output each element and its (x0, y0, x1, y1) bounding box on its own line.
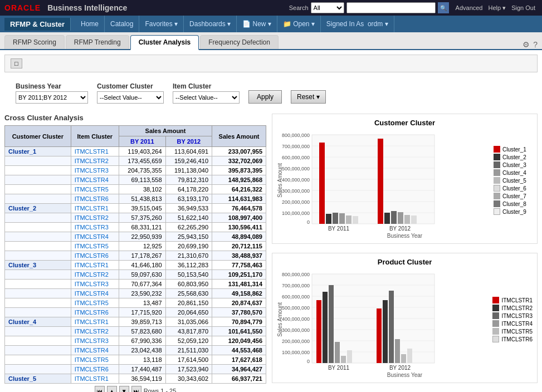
table-row: ITMCLSTR422,950,93925,943,15048,894,089 (5, 232, 266, 242)
item-cell: ITMCLSTR1 (71, 147, 119, 156)
item-cluster-select[interactable]: --Select Value-- (173, 91, 240, 104)
cluster-cell (5, 298, 71, 308)
page-info: Rows 1 - 25 (144, 388, 177, 392)
by2012-cell: 31,035,066 (165, 317, 212, 327)
help-link[interactable]: Help ▾ (486, 3, 509, 13)
item-cluster-label: Item Cluster (173, 82, 211, 90)
customer-cluster-select[interactable]: --Select Value-- (97, 91, 164, 104)
total-cell: 37,780,570 (212, 308, 266, 317)
signout-link[interactable]: Sign Out (509, 3, 538, 12)
legend-itmclstr4: ITMCLSTR4 (492, 320, 533, 327)
nav-open[interactable]: 📁 Open ▾ (277, 16, 321, 32)
apply-button[interactable]: Apply (248, 90, 282, 104)
legend-cluster7: Cluster_7 (494, 193, 533, 199)
item-cell: ITMCLSTR4 (71, 175, 119, 185)
item-cell: ITMCLSTR3 (71, 166, 119, 175)
nav-dashboards[interactable]: Dashboards ▾ (184, 16, 237, 32)
search-dropdown[interactable]: All (311, 2, 344, 13)
total-cell: 49,158,862 (212, 289, 266, 298)
settings-icon[interactable]: ⚙ (523, 40, 530, 49)
item-cell: ITMCLSTR1 (71, 374, 119, 384)
cluster-cell: Cluster_5 (5, 374, 71, 384)
svg-rect-18 (326, 214, 331, 224)
nav-home[interactable]: Home (75, 16, 105, 32)
item-cell: ITMCLSTR6 (71, 194, 119, 204)
by2012-cell: 60,803,950 (165, 280, 212, 289)
by2011-cell: 59,097,630 (119, 270, 165, 280)
help-icon[interactable]: ? (533, 40, 538, 49)
total-cell: 66,937,721 (212, 374, 266, 384)
col-sales-amount-header: Sales Amount (119, 126, 212, 136)
product-cluster-chart: Product Cluster Sales Amount 800,000,000… (272, 253, 538, 383)
cluster-cell (5, 336, 71, 346)
by2011-cell: 17,715,920 (119, 308, 165, 317)
tab-rfmp-scoring[interactable]: RFMP Scoring (4, 35, 65, 49)
cluster-cell (5, 355, 71, 365)
legend-cluster2: Cluster_2 (494, 154, 533, 160)
nav-signed-in[interactable]: Signed In As ordm ▾ (321, 16, 394, 32)
item-cell: ITMCLSTR4 (71, 232, 119, 242)
table-row: Cluster_3ITMCLSTR141,646,18036,112,28377… (5, 261, 266, 270)
by2011-cell: 204,735,355 (119, 166, 165, 175)
svg-rect-48 (316, 300, 321, 363)
cluster-cell (5, 223, 71, 232)
table-row: ITMCLSTR257,375,26051,622,140108,997,400 (5, 213, 266, 223)
pagination: ⏮ ▲ ▼ ⏭ Rows 1 - 25 (4, 384, 266, 392)
nav-catalog[interactable]: Catalog (105, 16, 139, 32)
total-cell: 114,631,983 (212, 194, 266, 204)
nav-favorites[interactable]: Favorites ▾ (139, 16, 184, 32)
next-page-btn[interactable]: ▼ (119, 386, 129, 392)
item-cell: ITMCLSTR4 (71, 289, 119, 298)
tab-rfmp-trending[interactable]: RFMP Trending (66, 35, 129, 49)
total-cell: 148,925,868 (212, 175, 266, 185)
tab-frequency-defection[interactable]: Frequency Defection (200, 35, 279, 49)
cluster-cell (5, 280, 71, 289)
by2012-cell: 20,064,650 (165, 308, 212, 317)
search-input[interactable] (346, 2, 436, 13)
customer-chart-area: 800,000,000 700,000,000 600,000,000 500,… (289, 130, 490, 231)
item-cell: ITMCLSTR5 (71, 185, 119, 194)
business-year-label: Business Year (16, 82, 61, 90)
svg-rect-17 (319, 143, 325, 224)
business-year-select[interactable]: BY 2011;BY 2012 (16, 91, 88, 104)
svg-rect-51 (335, 342, 340, 363)
total-cell: 131,481,314 (212, 280, 266, 289)
item-cell: ITMCLSTR6 (71, 308, 119, 317)
table-row: ITMCLSTR469,113,55879,812,310148,925,868 (5, 175, 266, 185)
tab-cluster-analysis[interactable]: Cluster Analysis (130, 35, 199, 50)
legend-cluster6: Cluster_6 (494, 185, 533, 192)
last-page-btn[interactable]: ⏭ (131, 386, 141, 392)
legend-itmclstr3: ITMCLSTR3 (492, 312, 533, 319)
col-by2012: BY 2012 (165, 136, 212, 147)
legend-itmclstr1: ITMCLSTR1 (492, 297, 533, 303)
by2011-cell: 68,331,121 (119, 223, 165, 232)
cluster-cell (5, 270, 71, 280)
prev-page-btn[interactable]: ▲ (107, 386, 117, 392)
first-page-btn[interactable]: ⏮ (95, 386, 105, 392)
total-cell: 76,464,578 (212, 204, 266, 213)
reset-button[interactable]: Reset ▾ (291, 90, 326, 104)
table-row: ITMCLSTR651,438,81363,193,170114,631,983 (5, 194, 266, 204)
svg-text:700,000,000: 700,000,000 (282, 283, 310, 288)
by2012-cell: 21,511,030 (165, 346, 212, 355)
by2011-cell: 41,646,180 (119, 261, 165, 270)
total-cell: 332,702,069 (212, 156, 266, 166)
legend-cluster5: Cluster_5 (494, 177, 533, 184)
table-row: ITMCLSTR368,331,12162,265,290130,596,411 (5, 223, 266, 232)
legend-itmclstr2: ITMCLSTR2 (492, 305, 533, 311)
filter-area: Business Year BY 2011;BY 2012 Customer C… (4, 78, 538, 108)
advanced-link[interactable]: Advanced (453, 3, 485, 12)
search-button[interactable]: 🔍 (438, 2, 449, 13)
svg-text:100,000,000: 100,000,000 (282, 210, 310, 216)
svg-text:BY 2011: BY 2011 (328, 226, 350, 232)
by2011-cell: 57,823,680 (119, 327, 165, 336)
secondary-nav: RFMP & Cluster Home Catalog Favorites ▾ … (0, 16, 542, 32)
total-cell: 44,553,468 (212, 346, 266, 355)
customer-cluster-filter: Customer Cluster --Select Value-- (97, 82, 164, 104)
cluster-cell (5, 327, 71, 336)
table-row: ITMCLSTR370,677,36460,803,950131,481,314 (5, 280, 266, 289)
customer-cluster-label: Customer Cluster (97, 82, 153, 90)
cluster-cell (5, 289, 71, 298)
toolbar-toggle-btn[interactable]: □ (11, 58, 22, 68)
nav-new[interactable]: 📄 New ▾ (237, 16, 277, 32)
